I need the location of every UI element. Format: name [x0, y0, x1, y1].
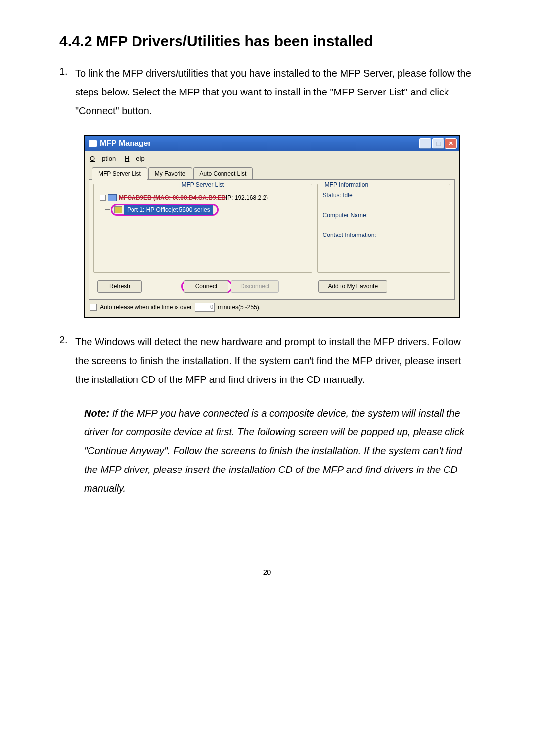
info-computer-name: Computer Name: — [323, 211, 445, 220]
ordered-item-1: 1. To link the MFP drivers/utilities tha… — [59, 64, 475, 120]
server-list-label: MFP Server List — [179, 180, 226, 189]
tab-my-favorite[interactable]: My Favorite — [148, 167, 192, 180]
item-text: The Windows will detect the new hardware… — [75, 332, 475, 389]
tree-root-row[interactable]: - MFCAB9EB (MAC: 00.00.D4.CA.B9.EB IP: 1… — [100, 193, 306, 203]
info-status: Status: Idle — [323, 191, 445, 200]
port-highlight-oval: Port 1: HP Officejet 5600 series — [111, 204, 219, 216]
server-mac-text: MFCAB9EB (MAC: 00.00.D4.CA.B9.EB — [119, 193, 226, 202]
auto-release-row: Auto release when idle time is over 0 mi… — [89, 300, 455, 313]
close-button[interactable]: ✕ — [445, 138, 457, 149]
mfp-info-group: MFP Information Status: Idle Computer Na… — [317, 184, 450, 273]
disconnect-button: Disconnect — [231, 280, 279, 293]
window-title: MFP Manager — [100, 138, 418, 149]
auto-release-checkbox[interactable] — [90, 304, 97, 311]
tab-panel: MFP Server List - MFCAB9EB (MAC: 00.00.D… — [89, 179, 455, 300]
auto-release-label: Auto release when idle time is over — [100, 303, 192, 312]
note-text: If the MFP you have connected is a compo… — [84, 408, 464, 494]
page-number: 20 — [59, 567, 475, 578]
button-row: Refresh Connect Disconnect Add to My Fav… — [93, 280, 450, 293]
app-icon — [89, 140, 97, 147]
auto-release-suffix: minutes(5~255). — [218, 303, 261, 312]
minimize-button[interactable]: _ — [419, 138, 431, 149]
item-number: 1. — [59, 64, 75, 120]
mfp-manager-window: MFP Manager _ ▢ ✕ Option Help MFP Server… — [84, 135, 460, 318]
server-ip-text: IP: 192.168.2.2) — [226, 193, 268, 202]
note-label: Note: — [84, 408, 109, 419]
tab-mfp-server-list[interactable]: MFP Server List — [92, 167, 147, 180]
item-number: 2. — [59, 332, 75, 389]
server-list-group: MFP Server List - MFCAB9EB (MAC: 00.00.D… — [93, 184, 312, 273]
auto-release-minutes-input[interactable]: 0 — [195, 303, 215, 312]
item-text: To link the MFP drivers/utilities that y… — [75, 64, 475, 120]
menu-help[interactable]: Help — [125, 155, 145, 162]
maximize-button[interactable]: ▢ — [432, 138, 444, 149]
add-favorite-button[interactable]: Add to My Favorite — [318, 280, 387, 293]
note-paragraph: Note: If the MFP you have connected is a… — [84, 404, 475, 498]
tab-auto-connect-list[interactable]: Auto Connect List — [193, 167, 253, 180]
section-heading: 4.4.2 MFP Drivers/Utilities has been ins… — [59, 30, 475, 52]
refresh-button[interactable]: Refresh — [97, 280, 142, 293]
menu-option[interactable]: Option — [90, 155, 116, 162]
tab-strip: MFP Server List My Favorite Auto Connect… — [92, 167, 455, 180]
printer-icon — [114, 206, 122, 213]
info-contact: Contact Information: — [323, 231, 445, 239]
server-tree[interactable]: - MFCAB9EB (MAC: 00.00.D4.CA.B9.EB IP: 1… — [99, 191, 307, 218]
mfp-info-label: MFP Information — [323, 180, 370, 189]
port-selected-text: Port 1: HP Officejet 5600 series — [124, 205, 213, 215]
window-titlebar: MFP Manager _ ▢ ✕ — [85, 136, 459, 151]
server-icon — [108, 194, 117, 201]
tree-collapse-icon[interactable]: - — [100, 195, 106, 201]
connect-highlight-oval: Connect — [181, 280, 233, 293]
menu-bar: Option Help — [89, 153, 455, 167]
tree-line-icon — [105, 209, 110, 210]
tree-child-row[interactable]: Port 1: HP Officejet 5600 series — [105, 204, 306, 216]
connect-button[interactable]: Connect — [184, 280, 228, 293]
ordered-item-2: 2. The Windows will detect the new hardw… — [59, 332, 475, 389]
window-body: Option Help MFP Server List My Favorite … — [85, 151, 459, 317]
